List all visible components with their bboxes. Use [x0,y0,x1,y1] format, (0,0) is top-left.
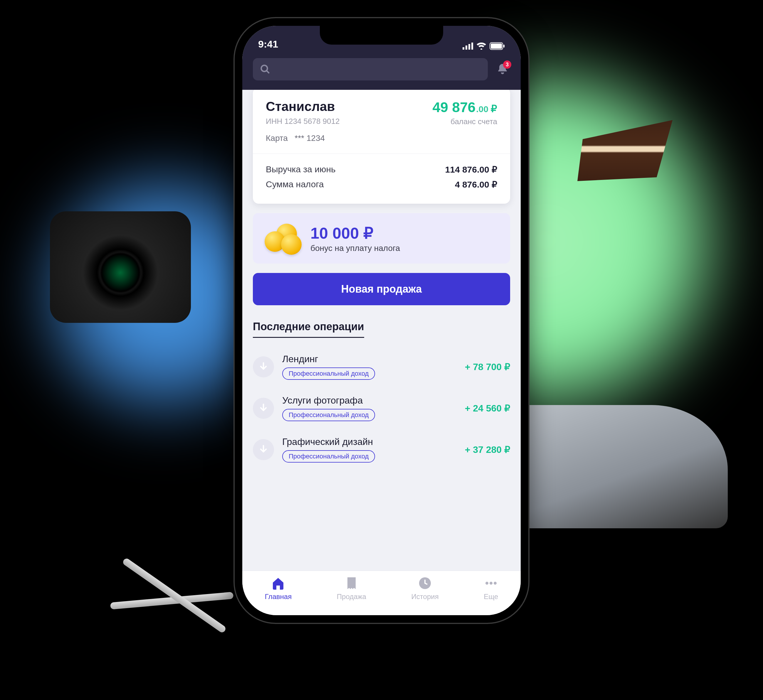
search-icon [260,64,271,75]
receipt-icon [345,576,359,590]
operation-tag: Профессиональный доход [282,450,375,462]
operation-row[interactable]: Лендинг Профессиональный доход + 78 700 … [253,346,510,388]
operation-tag: Профессиональный доход [282,367,375,380]
coins-icon [265,223,300,253]
svg-rect-3 [472,42,473,50]
status-time: 9:41 [258,39,278,50]
operation-amount: + 24 560 ₽ [465,403,510,414]
svg-rect-5 [491,44,502,49]
operation-amount: + 78 700 ₽ [465,361,510,372]
revenue-row: Выручка за июнь 114 876.00 ₽ [266,162,497,177]
card-number: Карта *** 1234 [266,134,340,143]
main-content: Станислав ИНН 1234 5678 9012 Карта *** 1… [242,90,521,570]
bonus-amount: 10 000 ₽ [310,224,400,242]
bonus-banner[interactable]: 10 000 ₽ бонус на уплату налога [253,213,510,264]
operation-title: Графический дизайн [282,436,457,447]
prop-camera [50,211,191,323]
tab-sale[interactable]: Продажа [337,576,366,601]
wifi-icon [477,42,486,50]
operations-title: Последние операции [253,320,364,338]
notification-badge: 3 [503,61,511,69]
balance-amount: 49 876.00₽ [432,99,497,116]
operation-row[interactable]: Услуги фотографа Профессиональный доход … [253,388,510,429]
home-icon [271,576,285,590]
battery-icon [490,42,505,50]
divider [253,153,510,154]
phone-frame: 9:41 3 Станислав ИНН 1234 5678 9 [235,18,528,623]
svg-rect-6 [503,45,504,48]
operation-title: Услуги фотографа [282,395,457,406]
svg-rect-2 [468,44,470,50]
operation-row[interactable]: Графический дизайн Профессиональный дохо… [253,429,510,470]
operation-title: Лендинг [282,354,457,364]
app-header: 3 [242,53,521,90]
clock-icon [418,576,432,590]
svg-rect-0 [462,47,464,50]
bonus-subtitle: бонус на уплату налога [310,244,400,253]
balance-card[interactable]: Станислав ИНН 1234 5678 9012 Карта *** 1… [253,90,510,204]
tab-history[interactable]: История [412,576,439,601]
svg-point-12 [494,582,497,584]
arrow-down-icon [253,356,274,377]
new-sale-button[interactable]: Новая продажа [253,273,510,305]
user-name: Станислав [266,99,340,114]
dots-icon [484,576,498,590]
tab-bar: Главная Продажа История Еще [242,570,521,615]
operation-amount: + 37 280 ₽ [465,444,510,455]
user-inn: ИНН 1234 5678 9012 [266,117,340,126]
arrow-down-icon [253,439,274,460]
svg-rect-1 [465,45,467,50]
tax-row: Сумма налога 4 876.00 ₽ [266,177,497,192]
status-icons [462,42,505,50]
notifications-button[interactable]: 3 [495,62,510,77]
svg-point-11 [490,582,492,584]
notch [320,26,443,45]
svg-point-10 [486,582,489,584]
operation-tag: Профессиональный доход [282,409,375,421]
signal-icon [462,42,473,50]
operations-list: Лендинг Профессиональный доход + 78 700 … [253,346,510,470]
phone-screen: 9:41 3 Станислав ИНН 1234 5678 9 [242,26,521,615]
search-input[interactable] [253,58,488,80]
tab-home[interactable]: Главная [265,576,291,601]
arrow-down-icon [253,398,274,419]
tab-more[interactable]: Еще [484,576,498,601]
svg-point-7 [262,66,268,72]
balance-label: баланс счета [432,117,497,126]
svg-line-8 [267,71,269,73]
